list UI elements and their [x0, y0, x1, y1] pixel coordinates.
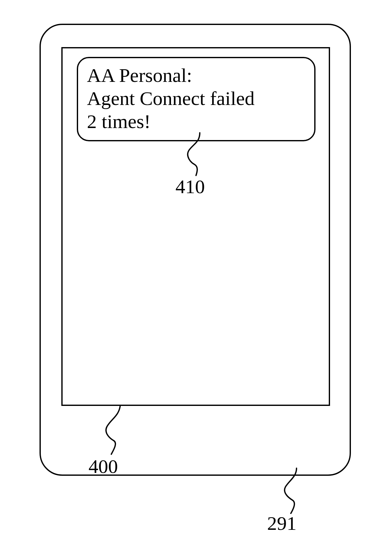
- device-screen: AA Personal: Agent Connect failed 2 time…: [61, 47, 330, 406]
- ref-label-410: 410: [175, 175, 205, 198]
- notification-line3: 2 times!: [87, 111, 150, 132]
- notification-line2: Agent Connect failed: [87, 88, 254, 109]
- notification-line1: AA Personal:: [87, 64, 192, 86]
- patent-figure: AA Personal: Agent Connect failed 2 time…: [0, 0, 392, 545]
- device-body: AA Personal: Agent Connect failed 2 time…: [40, 24, 351, 476]
- ref-label-291: 291: [267, 512, 297, 535]
- notification-bubble: AA Personal: Agent Connect failed 2 time…: [77, 57, 315, 141]
- ref-label-400: 400: [89, 455, 118, 478]
- notification-text: AA Personal: Agent Connect failed 2 time…: [87, 64, 305, 133]
